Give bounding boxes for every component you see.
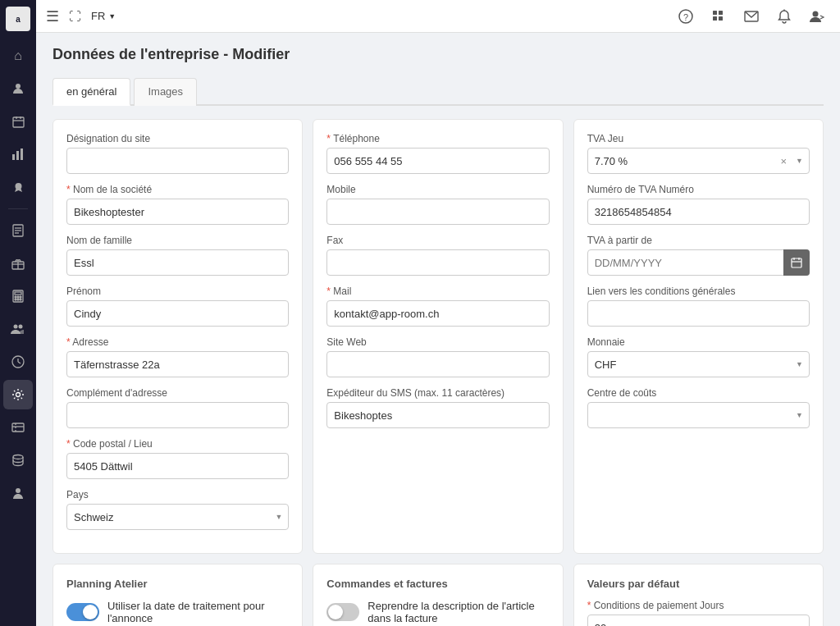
- select-centre-couts[interactable]: [587, 402, 810, 428]
- svg-point-22: [17, 299, 19, 300]
- form-group-monnaie: Monnaie CHF: [587, 336, 810, 377]
- label-prenom: Prénom: [66, 286, 289, 297]
- sidebar-item-document[interactable]: [3, 216, 33, 245]
- form-group-code-postal: Code postal / Lieu: [66, 438, 289, 479]
- label-sms: Expéditeur du SMS (max. 11 caractères): [326, 387, 549, 399]
- select-monnaie[interactable]: CHF: [587, 351, 810, 377]
- help-icon[interactable]: ?: [673, 3, 699, 30]
- input-site-web[interactable]: [326, 351, 549, 377]
- toggle-reprendre-description-switch[interactable]: [326, 603, 359, 621]
- panel-commandes-factures: Commandes et factures Reprendre la descr…: [313, 564, 563, 626]
- sidebar-item-gift[interactable]: [3, 249, 33, 278]
- tab-images[interactable]: Images: [134, 78, 197, 106]
- input-conditions-paiement[interactable]: [587, 615, 810, 626]
- form-group-sms: Expéditeur du SMS (max. 11 caractères): [326, 387, 549, 428]
- svg-rect-5: [12, 154, 15, 160]
- panel-middle: Téléphone Mobile Fax Mail Site Web: [313, 119, 563, 554]
- tva-clear-icon[interactable]: ×: [780, 155, 787, 167]
- label-pays: Pays: [66, 489, 289, 500]
- user-menu-icon[interactable]: [804, 3, 830, 30]
- select-wrapper-centre: [587, 402, 810, 428]
- label-mobile: Mobile: [326, 184, 549, 195]
- label-mail: Mail: [326, 286, 549, 297]
- svg-rect-44: [792, 258, 801, 267]
- tab-general[interactable]: en général: [52, 78, 130, 106]
- label-code-postal: Code postal / Lieu: [66, 438, 289, 450]
- form-group-pays: Pays Schweiz: [66, 489, 289, 530]
- commandes-factures-title: Commandes et factures: [326, 578, 549, 590]
- svg-rect-30: [12, 423, 24, 432]
- input-prenom[interactable]: [66, 300, 289, 327]
- valeurs-defaut-title: Valeurs par défaut: [587, 578, 810, 590]
- sidebar-item-home[interactable]: ⌂: [3, 41, 33, 71]
- svg-point-19: [17, 296, 19, 298]
- label-fax: Fax: [326, 235, 549, 246]
- date-wrapper-tva: [587, 249, 810, 276]
- form-group-tva-partir: TVA à partir de: [587, 235, 810, 276]
- top-panels-row: Désignation du site Nom de la société No…: [52, 119, 824, 554]
- input-nom-famille[interactable]: [66, 249, 289, 276]
- form-group-prenom: Prénom: [66, 286, 289, 327]
- sidebar-item-person[interactable]: [3, 478, 33, 508]
- input-tva-partir[interactable]: [587, 249, 810, 276]
- input-telephone[interactable]: [326, 148, 549, 174]
- input-nom-societe[interactable]: [66, 199, 289, 225]
- select-tva-jeu[interactable]: 7.70 %: [587, 148, 810, 174]
- tva-select-wrapper: 7.70 % × ▼: [587, 148, 810, 174]
- svg-rect-40: [719, 16, 723, 21]
- input-adresse[interactable]: [66, 351, 289, 377]
- sidebar-item-clock[interactable]: [3, 347, 33, 377]
- sidebar-item-calculator[interactable]: [3, 281, 33, 311]
- label-nom-famille: Nom de famille: [66, 235, 289, 246]
- bottom-panels-row: Planning Atelier Utiliser la date de tra…: [52, 564, 824, 626]
- form-group-lien-conditions: Lien vers les conditions générales: [587, 286, 810, 327]
- notifications-icon[interactable]: [771, 3, 797, 30]
- svg-rect-17: [15, 292, 21, 295]
- select-pays[interactable]: Schweiz: [66, 504, 289, 530]
- svg-rect-39: [713, 16, 717, 21]
- hamburger-icon[interactable]: ☰: [46, 7, 59, 25]
- input-lien-conditions[interactable]: [587, 300, 810, 327]
- panel-planning-atelier: Planning Atelier Utiliser la date de tra…: [52, 564, 303, 626]
- app-logo[interactable]: a: [6, 7, 30, 31]
- panel-left: Désignation du site Nom de la société No…: [52, 119, 303, 554]
- form-group-fax: Fax: [326, 235, 549, 276]
- form-group-centre-couts: Centre de coûts: [587, 387, 810, 428]
- language-selector[interactable]: FR ▼: [91, 10, 116, 22]
- panel-right: TVA Jeu 7.70 % × ▼ Numéro de TVA Numéro …: [573, 119, 824, 554]
- expand-icon[interactable]: ⛶: [69, 9, 81, 23]
- input-mail[interactable]: [326, 300, 549, 327]
- sidebar-item-users[interactable]: [3, 74, 33, 103]
- svg-point-29: [16, 393, 21, 397]
- sidebar-item-calendar[interactable]: [3, 107, 33, 136]
- input-numero-tva[interactable]: [587, 199, 810, 225]
- toggle-utiliser-date-switch[interactable]: [66, 603, 99, 621]
- sidebar-item-database[interactable]: [3, 446, 33, 475]
- input-fax[interactable]: [326, 249, 549, 276]
- form-group-site-web: Site Web: [326, 336, 549, 377]
- input-designation[interactable]: [66, 148, 289, 174]
- svg-point-18: [15, 296, 16, 298]
- input-complement[interactable]: [66, 402, 289, 428]
- sidebar: a ⌂: [0, 0, 36, 626]
- language-chevron-icon: ▼: [108, 12, 116, 21]
- planning-atelier-title: Planning Atelier: [66, 578, 289, 590]
- mail-icon[interactable]: [738, 3, 765, 30]
- calendar-icon[interactable]: [783, 249, 810, 276]
- sidebar-item-badge[interactable]: [3, 172, 33, 202]
- topbar: ☰ ⛶ FR ▼ ?: [36, 0, 840, 33]
- input-mobile[interactable]: [326, 199, 549, 225]
- sidebar-item-team[interactable]: [3, 314, 33, 344]
- label-lien-conditions: Lien vers les conditions générales: [587, 286, 810, 297]
- sidebar-item-settings[interactable]: [3, 380, 33, 409]
- tab-bar: en général Images: [52, 76, 824, 106]
- svg-point-8: [15, 183, 21, 190]
- input-sms[interactable]: [326, 402, 549, 428]
- label-site-web: Site Web: [326, 336, 549, 348]
- grid-icon[interactable]: [705, 3, 732, 30]
- svg-point-0: [16, 84, 21, 89]
- sidebar-item-chart[interactable]: [3, 139, 33, 169]
- svg-point-23: [20, 299, 21, 300]
- sidebar-item-ticket[interactable]: [3, 413, 33, 442]
- input-code-postal[interactable]: [66, 453, 289, 479]
